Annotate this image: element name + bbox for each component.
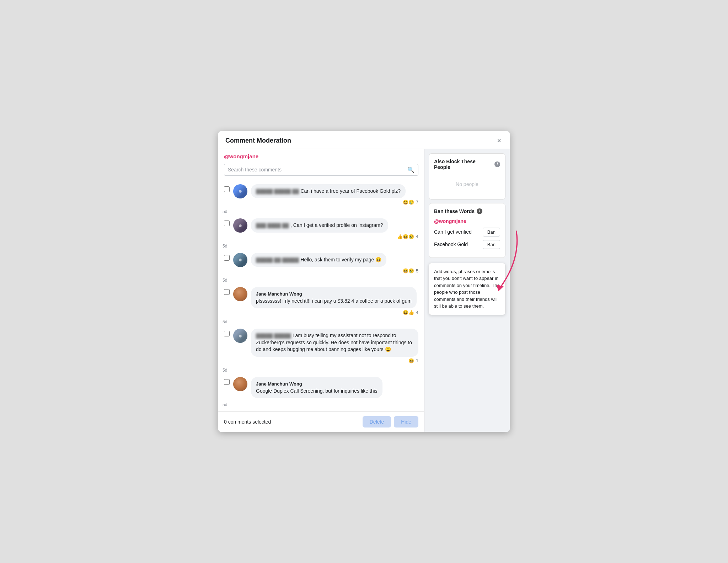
username-link[interactable]: @wongmjane: [224, 153, 258, 159]
comment-checkbox-5[interactable]: [224, 331, 230, 336]
comment-bubble-wrap-2: ▓▓▓ ▓▓▓▓ ▓▓ , Can I get a verified profi…: [251, 218, 418, 239]
comment-reactions-4: 😆👍 4: [251, 310, 418, 315]
tooltip-text: Add words, phrases or emojis that you do…: [434, 269, 500, 309]
comment-time-1: 5d: [223, 209, 424, 214]
comment-bubble-6: Jane Manchun Wong Google Duplex Call Scr…: [251, 377, 382, 398]
ban-words-card: Ban these Words i @wongmjane Can I get v…: [429, 203, 505, 258]
comment-container-4: Jane Manchun Wong plssssssss! i rly need…: [218, 284, 424, 324]
author-name-4: Jane Manchun Wong: [256, 291, 302, 297]
no-people-text: No people: [434, 174, 500, 194]
reaction-count-3: 5: [416, 269, 418, 273]
also-block-info-icon[interactable]: i: [494, 161, 500, 167]
comment-reactions-1: 😆😢 7: [251, 200, 418, 205]
also-block-card: Also Block These People i No people: [429, 153, 505, 200]
comment-bubble-wrap-4: Jane Manchun Wong plssssssss! i rly need…: [251, 287, 418, 315]
modal-title: Comment Moderation: [225, 137, 291, 144]
comment-time-5: 5d: [223, 368, 424, 373]
comment-time-4: 5d: [223, 319, 424, 324]
comment-text-1: Can i have a free year of Facebook Gold …: [300, 188, 401, 194]
ban-word-row-1: Can I get verified Ban: [434, 228, 500, 237]
real-avatar-4: [233, 287, 247, 301]
reaction-count-5: 1: [416, 358, 418, 363]
comment-container-5: ● ▓▓▓▓▓ ▓▓▓▓▓ I am busy telling my assis…: [218, 326, 424, 373]
comment-reactions-2: 👍😆😢 4: [251, 234, 418, 239]
avatar-inner-1: ●: [233, 184, 247, 198]
avatar-inner-3: ●: [233, 253, 247, 267]
search-bar: 🔍: [224, 164, 418, 176]
bottom-bar: 0 comments selected Delete Hide: [218, 411, 424, 432]
modal-body: @wongmjane 🔍 ●: [218, 149, 510, 432]
reaction-emojis-2: 👍😆😢: [397, 234, 414, 239]
reaction-count-2: 4: [416, 234, 418, 239]
comments-list: ● ▓▓▓▓▓ ▓▓▓▓▓ ▓▓ Can i have a free year …: [218, 179, 424, 412]
comment-checkbox-4[interactable]: [224, 289, 230, 295]
comment-container-2: ● ▓▓▓ ▓▓▓▓ ▓▓ , Can I get a verified pro…: [218, 216, 424, 249]
comment-checkbox-3[interactable]: [224, 255, 230, 261]
search-icon: 🔍: [407, 167, 414, 173]
comment-time-3: 5d: [223, 278, 424, 283]
user-header: @wongmjane: [218, 149, 424, 161]
delete-button[interactable]: Delete: [363, 416, 391, 427]
ban-word-row-2: Facebook Gold Ban: [434, 240, 500, 249]
comment-item-3: ● ▓▓▓▓▓ ▓▓ ▓▓▓▓▓ Hello, ask them to veri…: [218, 250, 424, 277]
reaction-emojis-4: 😆👍: [403, 310, 414, 315]
ban-words-title: Ban these Words i: [434, 208, 500, 214]
comment-container-1: ● ▓▓▓▓▓ ▓▓▓▓▓ ▓▓ Can i have a free year …: [218, 181, 424, 214]
avatar-5: ●: [233, 329, 247, 343]
comment-checkbox-1[interactable]: [224, 186, 230, 192]
ban-word-label-1: Can I get verified: [434, 229, 472, 235]
search-icon-button[interactable]: 🔍: [407, 166, 414, 173]
blurred-author-5: ▓▓▓▓▓ ▓▓▓▓▓: [256, 333, 291, 338]
comment-checkbox-2[interactable]: [224, 221, 230, 226]
also-block-title-text: Also Block These People: [434, 159, 492, 170]
comment-bubble-4: Jane Manchun Wong plssssssss! i rly need…: [251, 287, 417, 308]
reaction-emojis-5: 😆: [408, 358, 414, 363]
reaction-count-1: 7: [416, 200, 418, 205]
comment-time-6: 5d: [223, 402, 424, 407]
comment-item-5: ● ▓▓▓▓▓ ▓▓▓▓▓ I am busy telling my assis…: [218, 326, 424, 366]
blurred-author-1: ▓▓▓▓▓ ▓▓▓▓▓ ▓▓: [256, 188, 299, 194]
avatar-4: [233, 287, 247, 301]
avatar-3: ●: [233, 253, 247, 267]
search-input[interactable]: [228, 167, 407, 172]
ban-word-label-2: Facebook Gold: [434, 241, 468, 247]
comment-container-6: Jane Manchun Wong Google Duplex Call Scr…: [218, 374, 424, 408]
avatar-6: [233, 377, 247, 391]
comment-checkbox-6[interactable]: [224, 379, 230, 385]
right-panel: Also Block These People i No people Ban …: [424, 149, 510, 432]
comment-reactions-3: 😆😢 5: [251, 268, 418, 273]
comment-item-1: ● ▓▓▓▓▓ ▓▓▓▓▓ ▓▓ Can i have a free year …: [218, 181, 424, 208]
selected-count: 0 comments selected: [224, 419, 271, 425]
avatar-2: ●: [233, 218, 247, 233]
reaction-emojis-1: 😆😢: [403, 200, 414, 205]
ban-button-1[interactable]: Ban: [483, 228, 500, 237]
comment-bubble-5: ▓▓▓▓▓ ▓▓▓▓▓ I am busy telling my assista…: [251, 329, 418, 357]
comment-text-4: plssssssss! i rly need it!!! i can pay u…: [256, 298, 412, 305]
avatar-inner-5: ●: [233, 329, 247, 343]
ban-words-info-icon[interactable]: i: [477, 208, 482, 214]
tooltip-card: Add words, phrases or emojis that you do…: [429, 263, 505, 315]
reaction-emojis-3: 😆😢: [403, 268, 414, 273]
modal-header: Comment Moderation ×: [218, 131, 510, 149]
action-buttons: Delete Hide: [363, 416, 418, 427]
comment-bubble-wrap-6: Jane Manchun Wong Google Duplex Call Scr…: [251, 377, 418, 398]
close-button[interactable]: ×: [496, 137, 503, 144]
comment-bubble-wrap-5: ▓▓▓▓▓ ▓▓▓▓▓ I am busy telling my assista…: [251, 329, 418, 363]
ban-button-2[interactable]: Ban: [483, 240, 500, 249]
comment-container-3: ● ▓▓▓▓▓ ▓▓ ▓▓▓▓▓ Hello, ask them to veri…: [218, 250, 424, 283]
comment-text-3: Hello, ask them to verify my page 😀: [300, 257, 381, 262]
real-avatar-6: [233, 377, 247, 391]
author-name-6: Jane Manchun Wong: [256, 381, 302, 387]
ban-words-username: @wongmjane: [434, 218, 500, 224]
comment-text-6: Google Duplex Call Screening, but for in…: [256, 388, 378, 395]
comment-item-6: Jane Manchun Wong Google Duplex Call Scr…: [218, 374, 424, 401]
comment-item-4: Jane Manchun Wong plssssssss! i rly need…: [218, 284, 424, 318]
also-block-title: Also Block These People i: [434, 159, 500, 170]
ban-words-title-text: Ban these Words: [434, 208, 475, 214]
reaction-count-4: 4: [416, 310, 418, 315]
comment-reactions-5: 😆 1: [251, 358, 418, 363]
avatar-inner-2: ●: [233, 218, 247, 233]
modal: Comment Moderation × @wongmjane 🔍: [218, 131, 510, 432]
hide-button[interactable]: Hide: [394, 416, 418, 427]
comment-bubble-1: ▓▓▓▓▓ ▓▓▓▓▓ ▓▓ Can i have a free year of…: [251, 184, 406, 198]
